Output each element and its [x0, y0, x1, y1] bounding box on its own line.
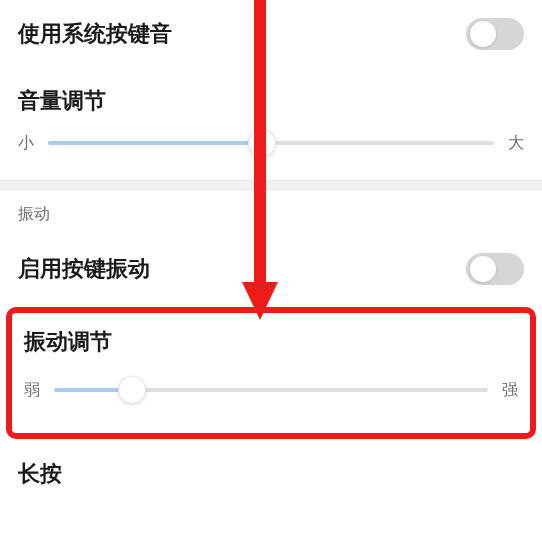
- vibration-slider-row: 弱 强: [24, 357, 518, 427]
- volume-max-label: 大: [508, 133, 524, 154]
- slider-thumb[interactable]: [118, 376, 146, 404]
- volume-slider[interactable]: [48, 128, 494, 158]
- toggle-knob: [470, 256, 496, 282]
- volume-title: 音量调节: [18, 86, 106, 116]
- vibration-min-label: 弱: [24, 380, 40, 401]
- system-key-sound-row: 使用系统按键音: [18, 0, 524, 68]
- vibration-slider[interactable]: [54, 375, 488, 405]
- slider-thumb[interactable]: [248, 129, 276, 157]
- vibration-adjust-title: 振动调节: [24, 323, 518, 357]
- enable-vibration-label: 启用按键振动: [18, 254, 150, 284]
- vibration-max-label: 强: [502, 380, 518, 401]
- volume-title-row: 音量调节: [18, 68, 524, 120]
- toggle-knob: [470, 21, 496, 47]
- annotation-highlight-box: 振动调节 弱 强: [6, 307, 536, 439]
- slider-fill: [48, 141, 262, 145]
- volume-min-label: 小: [18, 133, 34, 154]
- enable-vibration-toggle[interactable]: [466, 253, 524, 285]
- longpress-title: 长按: [0, 443, 542, 505]
- enable-vibration-row: 启用按键振动: [18, 235, 524, 303]
- system-key-sound-label: 使用系统按键音: [18, 19, 172, 49]
- vibration-subheader: 振动: [0, 190, 542, 235]
- section-divider: [0, 180, 542, 190]
- system-key-sound-toggle[interactable]: [466, 18, 524, 50]
- volume-slider-row: 小 大: [18, 120, 524, 180]
